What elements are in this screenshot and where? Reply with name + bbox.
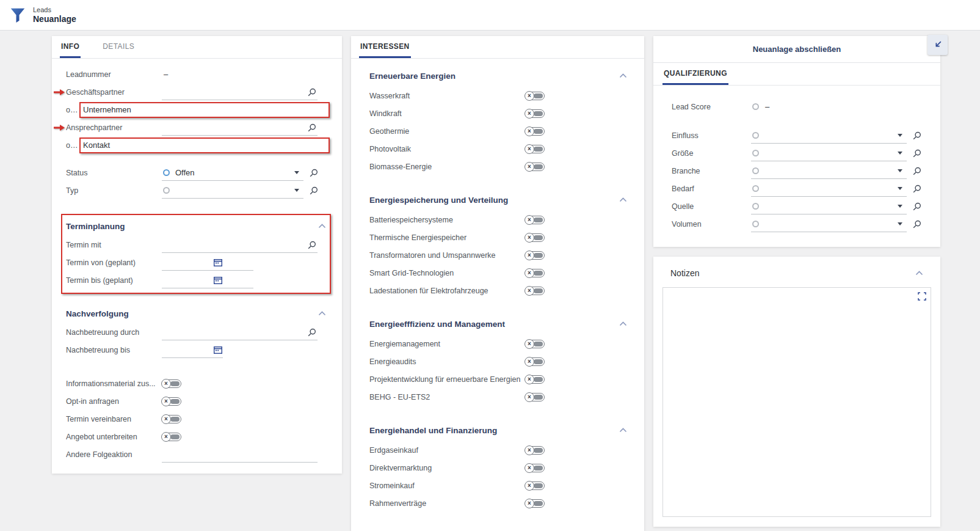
toggle-off[interactable] xyxy=(525,109,545,118)
chevron-down-icon[interactable] xyxy=(898,205,902,208)
toggle-x-icon xyxy=(524,109,534,119)
status-select[interactable]: Offen xyxy=(162,165,303,181)
toggle-off[interactable] xyxy=(525,145,545,153)
toggle-off[interactable] xyxy=(162,379,181,388)
chevron-down-icon[interactable] xyxy=(294,189,299,192)
tab-interessen[interactable]: INTERESSEN xyxy=(359,36,411,58)
toggle-off[interactable] xyxy=(525,233,545,242)
nachbetreuung-bis-input[interactable] xyxy=(162,342,223,358)
expand-fullscreen-icon[interactable] xyxy=(918,292,926,301)
toggle-x-icon xyxy=(524,481,534,491)
chevron-down-icon[interactable] xyxy=(294,171,299,174)
tab-qualifizierung[interactable]: QUALIFZIERUNG xyxy=(662,63,728,85)
search-icon[interactable] xyxy=(913,149,921,158)
andere-folgeaktion-input[interactable] xyxy=(162,447,318,463)
volumen-select[interactable] xyxy=(751,216,907,232)
collapse-chevron-icon[interactable] xyxy=(915,271,923,276)
toggle-off[interactable] xyxy=(525,446,545,455)
calendar-icon[interactable] xyxy=(214,276,222,284)
chevron-down-icon[interactable] xyxy=(898,187,902,190)
collapse-chevron-icon[interactable] xyxy=(619,321,627,326)
section-title: Energieefffizienz und Management xyxy=(369,320,505,329)
geschaeftspartner-input[interactable] xyxy=(162,84,318,100)
interest-row: Energieaudits xyxy=(351,353,644,370)
search-icon[interactable] xyxy=(913,167,921,175)
collapse-chevron-icon[interactable] xyxy=(619,197,627,202)
kontakt-input[interactable]: Kontakt xyxy=(79,137,330,153)
toggle-off[interactable] xyxy=(525,482,545,490)
calendar-icon[interactable] xyxy=(214,346,222,354)
termin-von-input[interactable] xyxy=(162,255,253,271)
toggle-off[interactable] xyxy=(525,340,545,348)
notes-textarea[interactable] xyxy=(662,287,931,517)
toggle-off[interactable] xyxy=(525,163,545,171)
einfluss-label: Einfluss xyxy=(672,131,751,140)
collapse-chevron-icon[interactable] xyxy=(318,311,326,316)
toggle-off[interactable] xyxy=(525,357,545,366)
interest-label: Erdgaseinkauf xyxy=(369,446,525,455)
toggle-off[interactable] xyxy=(525,269,545,277)
calendar-icon[interactable] xyxy=(214,258,222,266)
nachbetreuung-durch-input[interactable] xyxy=(162,324,318,340)
search-icon[interactable] xyxy=(310,186,318,195)
interest-row: Windkraft xyxy=(351,104,644,122)
collapse-chevron-icon[interactable] xyxy=(318,224,326,229)
collapse-chevron-icon[interactable] xyxy=(619,73,627,78)
toggle-off[interactable] xyxy=(525,375,545,384)
groesse-select[interactable] xyxy=(751,145,907,161)
collapse-panel-button[interactable] xyxy=(927,35,948,55)
complete-button[interactable]: Neuanlage abschließen xyxy=(653,36,940,63)
toggle-off[interactable] xyxy=(162,397,181,406)
toggle-off[interactable] xyxy=(525,499,545,508)
field-leadnummer: Leadnummer – xyxy=(66,65,318,83)
interest-label: Photovoltaik xyxy=(369,145,525,153)
quelle-select[interactable] xyxy=(751,199,907,214)
search-icon[interactable] xyxy=(308,328,316,337)
tab-details[interactable]: DETAILS xyxy=(101,36,136,58)
info-panel: INFO DETAILS Leadnummer – Geschäftspartn… xyxy=(52,36,342,474)
termin-bis-input[interactable] xyxy=(162,273,253,288)
toggle-x-icon xyxy=(524,233,534,243)
toggle-off[interactable] xyxy=(525,127,545,136)
interest-label: Energiemanagement xyxy=(369,340,525,348)
search-icon[interactable] xyxy=(310,169,318,177)
search-icon[interactable] xyxy=(913,202,921,211)
search-icon[interactable] xyxy=(308,88,316,97)
toggle-off[interactable] xyxy=(162,415,181,423)
interest-row: Smart Grid-Technologien xyxy=(351,264,644,282)
termin-mit-input[interactable] xyxy=(162,237,318,253)
ansprechpartner-input[interactable] xyxy=(162,120,318,136)
einfluss-select[interactable] xyxy=(751,128,907,144)
chevron-down-icon[interactable] xyxy=(898,152,902,155)
interessen-panel: INTERESSEN Erneuerbare Energien Wasserkr… xyxy=(351,36,644,531)
unternehmen-input[interactable]: Unternehmen xyxy=(79,102,330,118)
interest-row: Geothermie xyxy=(351,122,644,140)
search-icon[interactable] xyxy=(913,131,921,140)
chevron-down-icon[interactable] xyxy=(898,169,902,172)
field-oder-kontakt: oder Kontakt xyxy=(66,136,318,154)
search-icon[interactable] xyxy=(913,220,921,229)
collapse-chevron-icon[interactable] xyxy=(619,428,627,433)
branche-select[interactable] xyxy=(751,163,907,179)
search-icon[interactable] xyxy=(308,123,316,132)
termin-mit-label: Termin mit xyxy=(66,241,162,249)
toggle-off[interactable] xyxy=(162,433,181,441)
tab-info[interactable]: INFO xyxy=(60,36,81,58)
toggle-off[interactable] xyxy=(525,393,545,401)
interest-label: Smart Grid-Technologien xyxy=(369,269,525,277)
field-bedarf: Bedarf xyxy=(672,180,925,197)
toggle-off[interactable] xyxy=(525,287,545,295)
bedarf-select[interactable] xyxy=(751,181,907,197)
search-icon[interactable] xyxy=(913,185,921,193)
toggle-off[interactable] xyxy=(525,92,545,100)
search-icon[interactable] xyxy=(308,241,316,249)
typ-select[interactable] xyxy=(162,183,303,199)
toggle-off[interactable] xyxy=(525,216,545,224)
toggle-off[interactable] xyxy=(525,464,545,472)
toggle-x-icon xyxy=(524,375,534,384)
chevron-down-icon[interactable] xyxy=(898,222,902,225)
toggle-off[interactable] xyxy=(525,251,545,260)
nachbetreuung-durch-label: Nachbetreuung durch xyxy=(66,328,162,337)
section-title: Energiehandel und Finanzierung xyxy=(369,426,497,435)
chevron-down-icon[interactable] xyxy=(898,134,902,137)
